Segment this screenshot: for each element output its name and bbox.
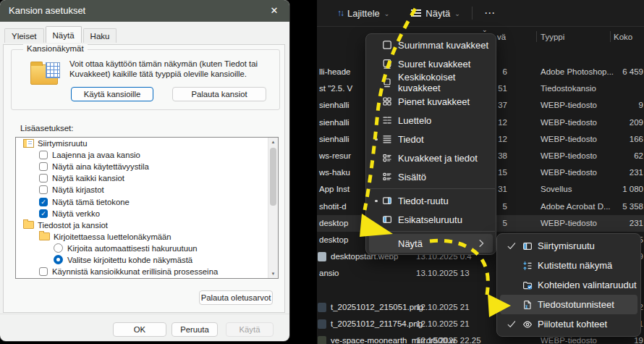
submenu-item-kutistettu-näkymä[interactable]: Kutistettu näkymä <box>500 256 637 275</box>
menu-item-label: Suuret kuvakkeet <box>398 59 470 70</box>
tree-item[interactable]: ✓Näytä tämä tietokone <box>16 196 278 207</box>
pane-icon <box>23 139 34 148</box>
menu-item-suurimmat-kuvakkeet[interactable]: Suurimmat kuvakkeet <box>369 35 493 54</box>
folder-options-dialog: Kansion asetukset ✕ YleisetNäytäHaku Kan… <box>0 0 289 341</box>
dialog-titlebar[interactable]: Kansion asetukset ✕ <box>0 0 289 22</box>
tab-haku[interactable]: Haku <box>83 28 117 43</box>
file-size: 231 <box>578 219 643 227</box>
menu-item-label: Keskikokoiset kuvakkeet <box>398 72 493 93</box>
footer-divider <box>0 314 289 314</box>
cancel-button[interactable]: Peruuta <box>171 322 218 337</box>
more-options-button[interactable]: ⋯ <box>478 4 501 22</box>
file-name: sienhalli <box>319 101 349 109</box>
checkbox[interactable] <box>39 174 48 183</box>
content-view-icon <box>381 171 393 183</box>
column-header-date[interactable]: vä <box>497 33 506 41</box>
tree-item[interactable]: Kirjoita automaattisesti hakuruutuun <box>16 243 278 254</box>
menu-item-label: Luettelo <box>398 115 431 126</box>
tree-item[interactable]: Näytä kaikki kansiot <box>16 172 278 184</box>
checkbox[interactable] <box>39 162 48 171</box>
medium-icons-icon <box>381 77 393 88</box>
menu-separator <box>367 231 495 232</box>
tree-item-label: Näytä verkko <box>52 209 100 218</box>
menu-item-kuvakkeet-ja-tiedot[interactable]: Kuvakkeet ja tiedot <box>369 148 493 167</box>
menu-item-tiedot[interactable]: Tiedot <box>369 130 493 148</box>
menu-item-keskikokoiset-kuvakkeet[interactable]: Keskikokoiset kuvakkeet <box>369 73 493 92</box>
submenu-item-siirtymisruutu[interactable]: Siirtymisruutu <box>500 236 637 256</box>
folder-view-icon <box>30 64 58 85</box>
tab-näytä[interactable]: Näytä <box>46 26 82 43</box>
tree-item[interactable]: Laajenna ja avaa kansio <box>16 149 278 161</box>
checkbox[interactable]: ✓ <box>39 198 48 206</box>
extra-large-icons-icon <box>381 39 393 51</box>
radio-button[interactable] <box>54 255 63 264</box>
ok-button[interactable]: OK <box>113 322 166 337</box>
folder-views-description: Voit ottaa käyttöön tämän näkymän (kuten… <box>69 59 272 79</box>
submenu-item-label: Siirtymisruutu <box>538 240 595 251</box>
details-view-icon <box>381 133 393 145</box>
apply-to-folders-button[interactable]: Käytä kansioille <box>71 87 153 101</box>
file-size: 209 <box>578 118 643 127</box>
sort-direction-icon: ⌄ <box>482 26 488 33</box>
checkbox[interactable] <box>39 267 48 276</box>
file-date: 12.10.2025 22.25 <box>416 336 481 344</box>
restore-defaults-button[interactable]: Palauta oletusarvot <box>199 290 273 305</box>
file-name: desktop <box>319 235 348 244</box>
menu-item-luettelo[interactable]: Luettelo <box>369 111 493 130</box>
selected-bullet-icon <box>375 200 378 203</box>
screenshot-stage: { "dialog": { "title": "Kansion asetukse… <box>0 0 644 344</box>
file-date: 37 <box>498 101 507 109</box>
tree-item[interactable]: Näytä kirjastot <box>16 184 278 196</box>
checkbox[interactable] <box>39 185 48 194</box>
column-divider[interactable] <box>536 31 537 42</box>
preview-pane-icon <box>381 214 393 225</box>
menu-item-näytä[interactable]: Näytä <box>369 234 493 253</box>
tree-item[interactable]: Siirtymisruutu <box>16 138 278 149</box>
column-divider[interactable] <box>610 31 611 42</box>
file-date: 12 <box>498 118 507 127</box>
menu-item-label: Sisältö <box>398 172 426 183</box>
large-icons-icon <box>381 58 393 70</box>
tree-item-label: Näytä kaikki kansiot <box>52 174 124 183</box>
menu-item-tiedot-ruutu[interactable]: Tiedot-ruutu <box>369 191 493 210</box>
compact-view-icon <box>522 260 533 272</box>
column-header-type[interactable]: Tyyppi <box>541 33 564 41</box>
tree-item-label: Käynnistä kansioikkunat erillisinä prose… <box>52 267 218 276</box>
checkbox[interactable]: ✓ <box>39 209 48 218</box>
explorer-toolbar: ↑↓ Lajittele ⌄ Näytä ⌄ ⋯ <box>317 0 644 27</box>
show-submenu: SiirtymisruutuKutistettu näkymäKohteiden… <box>496 233 641 337</box>
file-icon <box>318 303 326 312</box>
menu-item-label: Suurimmat kuvakkeet <box>398 40 488 51</box>
file-type: Sovellus <box>541 185 572 193</box>
menu-item-pienet-kuvakkeet[interactable]: Pienet kuvakkeet <box>369 92 493 111</box>
submenu-item-label: Piilotetut kohteet <box>538 319 607 330</box>
file-size: 166 <box>578 135 643 143</box>
tree-item[interactable]: ✓Näytä verkko <box>16 208 278 219</box>
close-icon[interactable]: ✕ <box>259 0 289 22</box>
menu-item-sisältö[interactable]: Sisältö <box>369 167 493 186</box>
file-date: 5 <box>503 219 507 227</box>
file-date: 15 <box>498 168 507 177</box>
submenu-item-kohteiden-valintaruudut[interactable]: Kohteiden valintaruudut <box>500 275 637 295</box>
menu-item-suuret-kuvakkeet[interactable]: Suuret kuvakkeet <box>369 54 493 73</box>
sort-button[interactable]: ↑↓ Lajittele ⌄ <box>331 5 395 22</box>
column-header-size[interactable]: Koko <box>614 33 632 41</box>
submenu-item-tiedostotunnisteet[interactable]: Tiedostotunnisteet <box>500 295 637 314</box>
tab-yleiset[interactable]: Yleiset <box>4 28 44 43</box>
tree-item[interactable]: Tiedostot ja kansiot <box>16 219 278 231</box>
menu-item-esikatseluruutu[interactable]: Esikatseluruutu <box>369 210 493 229</box>
submenu-item-piilotetut-kohteet[interactable]: Piilotetut kohteet <box>500 314 637 334</box>
apply-button[interactable]: Käytä <box>226 322 274 337</box>
tree-item[interactable]: Kirjoitettaessa luettelonäkymään <box>16 231 278 243</box>
tree-item[interactable]: Valitse kirjoitettu kohde näkymästä <box>16 254 278 266</box>
advanced-settings-list[interactable]: ▲ ▼ SiirtymisruutuLaajenna ja avaa kansi… <box>15 137 279 279</box>
menu-item-label: Kuvakkeet ja tiedot <box>398 153 478 164</box>
file-name: ws-haku <box>319 168 350 177</box>
reset-folders-button[interactable]: Palauta kansiot <box>172 87 266 101</box>
file-icon <box>318 336 326 344</box>
view-button[interactable]: Näytä ⌄ <box>405 5 466 22</box>
radio-button[interactable] <box>54 243 63 253</box>
tree-item[interactable]: Käynnistä kansioikkunat erillisinä prose… <box>16 266 278 277</box>
checkbox[interactable] <box>39 151 48 159</box>
tree-item[interactable]: Näytä aina käytettävyystila <box>16 161 278 172</box>
